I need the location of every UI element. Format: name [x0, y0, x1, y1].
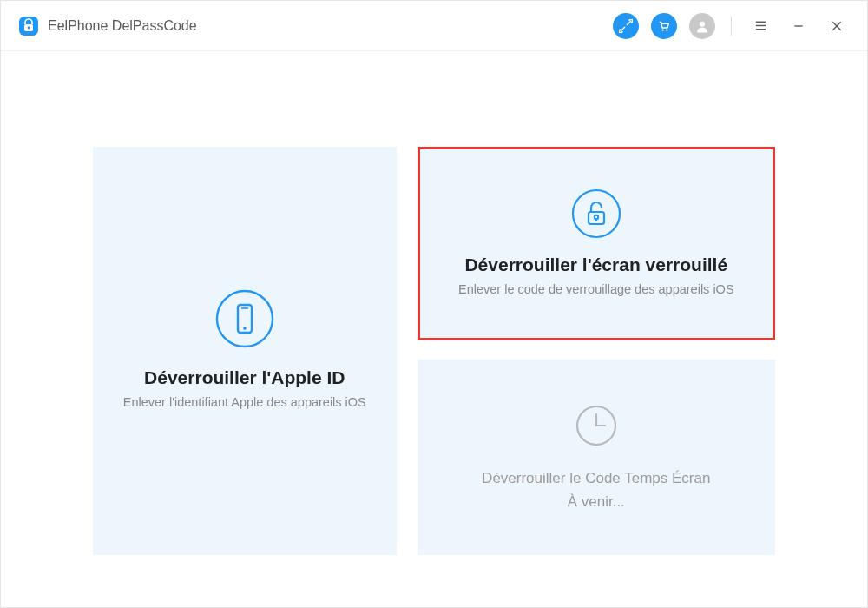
titlebar-left: EelPhone DelPassCode — [18, 16, 197, 36]
svg-point-2 — [28, 26, 30, 29]
svg-point-16 — [573, 190, 620, 237]
app-title: EelPhone DelPassCode — [48, 18, 197, 34]
cart-button[interactable] — [651, 13, 677, 39]
titlebar-divider — [731, 17, 732, 36]
clock-icon — [571, 400, 621, 451]
lock-screen-title: Déverrouiller l'écran verrouillé — [464, 254, 727, 275]
svg-point-18 — [595, 215, 598, 218]
svg-point-12 — [217, 291, 273, 347]
user-button[interactable] — [689, 13, 715, 39]
svg-point-4 — [666, 29, 667, 30]
titlebar-right — [613, 13, 850, 39]
screen-time-line2: À venir... — [568, 493, 625, 510]
apple-id-subtitle: Enlever l'identifiant Apple des appareil… — [123, 393, 366, 413]
main-content: Déverrouiller l'Apple ID Enlever l'ident… — [1, 51, 867, 607]
svg-rect-17 — [589, 212, 604, 224]
card-screen-time[interactable]: Déverrouiller le Code Temps Écran À veni… — [418, 360, 775, 555]
card-unlock-screen[interactable]: Déverrouiller l'écran verrouillé Enlever… — [418, 147, 775, 340]
apple-id-title: Déverrouiller l'Apple ID — [144, 367, 345, 388]
app-window: EelPhone DelPassCode — [0, 0, 868, 608]
phone-icon — [215, 289, 274, 348]
app-logo-icon — [18, 16, 39, 36]
card-unlock-apple-id[interactable]: Déverrouiller l'Apple ID Enlever l'ident… — [93, 147, 397, 555]
screen-time-title: Déverrouiller le Code Temps Écran À veni… — [482, 466, 710, 513]
svg-point-5 — [700, 21, 705, 26]
titlebar: EelPhone DelPassCode — [1, 1, 867, 51]
left-column: Déverrouiller l'Apple ID Enlever l'ident… — [93, 147, 397, 555]
minimize-button[interactable] — [786, 13, 812, 39]
svg-point-3 — [662, 29, 664, 30]
close-button[interactable] — [824, 13, 850, 39]
tools-button[interactable] — [613, 13, 639, 39]
svg-point-14 — [243, 327, 247, 330]
screen-time-line1: Déverrouiller le Code Temps Écran — [482, 470, 710, 486]
unlock-icon — [571, 188, 621, 239]
menu-button[interactable] — [747, 13, 773, 39]
lock-screen-subtitle: Enlever le code de verrouillage des appa… — [458, 281, 734, 300]
right-column: Déverrouiller l'écran verrouillé Enlever… — [418, 147, 775, 555]
